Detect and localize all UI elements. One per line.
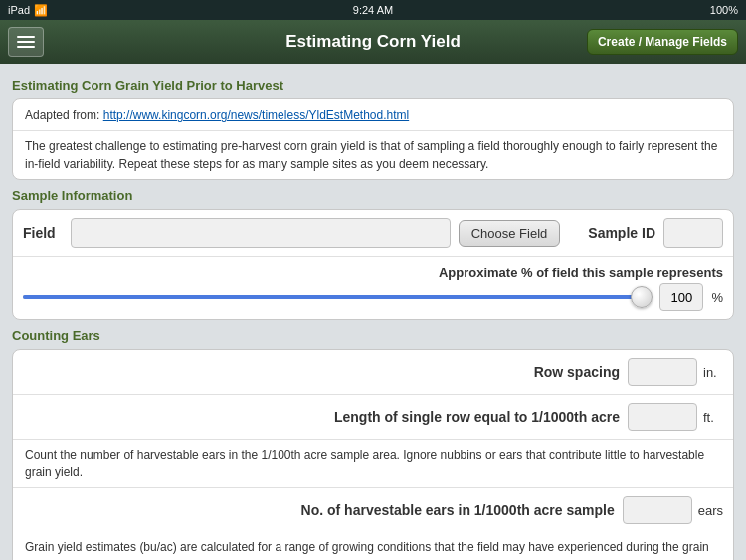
slider-fill bbox=[23, 295, 652, 299]
sample-id-input[interactable] bbox=[663, 218, 723, 248]
page-title: Estimating Corn Yield bbox=[285, 32, 461, 52]
slider-track bbox=[23, 295, 652, 299]
status-bar: iPad 📶 9:24 AM 100% bbox=[0, 0, 746, 20]
row-spacing-unit: in. bbox=[703, 365, 723, 380]
slider-thumb[interactable] bbox=[631, 286, 653, 308]
section1-description: The greatest challenge to estimating pre… bbox=[13, 130, 733, 179]
row-length-unit: ft. bbox=[703, 410, 723, 425]
menu-line bbox=[17, 46, 35, 48]
row-spacing-input[interactable] bbox=[628, 358, 697, 386]
slider-row: Approximate % of field this sample repre… bbox=[13, 257, 733, 319]
section1-card: Adapted from: http://www.kingcorn.org/ne… bbox=[12, 98, 734, 180]
row-spacing-label: Row spacing bbox=[23, 364, 628, 380]
section3-card: Row spacing in. Length of single row equ… bbox=[12, 349, 734, 560]
slider-label: Approximate % of field this sample repre… bbox=[439, 265, 723, 280]
field-label: Field bbox=[23, 225, 63, 241]
kingcorn-link[interactable]: http://www.kingcorn.org/news/timeless/Yl… bbox=[103, 108, 409, 122]
field-input[interactable] bbox=[71, 218, 451, 248]
menu-line bbox=[17, 36, 35, 38]
row-length-input[interactable] bbox=[628, 403, 697, 431]
wifi-icon: 📶 bbox=[34, 4, 48, 17]
nav-bar: Estimating Corn Yield Create / Manage Fi… bbox=[0, 20, 746, 64]
row-length-label: Length of single row equal to 1/1000th a… bbox=[23, 409, 628, 425]
section2-header: Sample Information bbox=[12, 188, 734, 203]
row-length-row: Length of single row equal to 1/1000th a… bbox=[13, 395, 733, 440]
harvestable-unit: ears bbox=[698, 503, 723, 518]
harvestable-row: No. of harvestable ears in 1/1000th acre… bbox=[13, 488, 733, 532]
menu-line bbox=[17, 41, 35, 43]
content-area: Estimating Corn Grain Yield Prior to Har… bbox=[0, 64, 746, 560]
grain-info-text: Grain yield estimates (bu/ac) are calcul… bbox=[13, 532, 733, 560]
choose-field-button[interactable]: Choose Field bbox=[459, 220, 561, 247]
menu-button[interactable] bbox=[8, 27, 44, 57]
sample-id-label: Sample ID bbox=[588, 225, 655, 241]
status-time: 9:24 AM bbox=[353, 4, 393, 16]
section1-header: Estimating Corn Grain Yield Prior to Har… bbox=[12, 78, 734, 93]
adapted-prefix: Adapted from: bbox=[25, 108, 103, 122]
slider-label-row: Approximate % of field this sample repre… bbox=[23, 265, 723, 280]
field-row: Field Choose Field Sample ID bbox=[13, 210, 733, 257]
battery-status: 100% bbox=[710, 4, 738, 16]
manage-fields-button[interactable]: Create / Manage Fields bbox=[587, 29, 738, 55]
slider-unit: % bbox=[711, 290, 723, 305]
ipad-label: iPad bbox=[8, 4, 30, 16]
slider-container[interactable] bbox=[23, 287, 652, 307]
harvestable-label: No. of harvestable ears in 1/1000th acre… bbox=[23, 502, 623, 518]
count-info-text: Count the number of harvestable ears in … bbox=[13, 440, 733, 488]
harvestable-input[interactable] bbox=[623, 496, 692, 524]
section3-header: Counting Ears bbox=[12, 328, 734, 343]
status-left: iPad 📶 bbox=[8, 4, 48, 17]
slider-value-box: 100 bbox=[659, 283, 703, 311]
adapted-row: Adapted from: http://www.kingcorn.org/ne… bbox=[13, 99, 733, 130]
slider-track-row: 100 % bbox=[23, 283, 723, 311]
section2-card: Field Choose Field Sample ID Approximate… bbox=[12, 209, 734, 320]
row-spacing-row: Row spacing in. bbox=[13, 350, 733, 395]
